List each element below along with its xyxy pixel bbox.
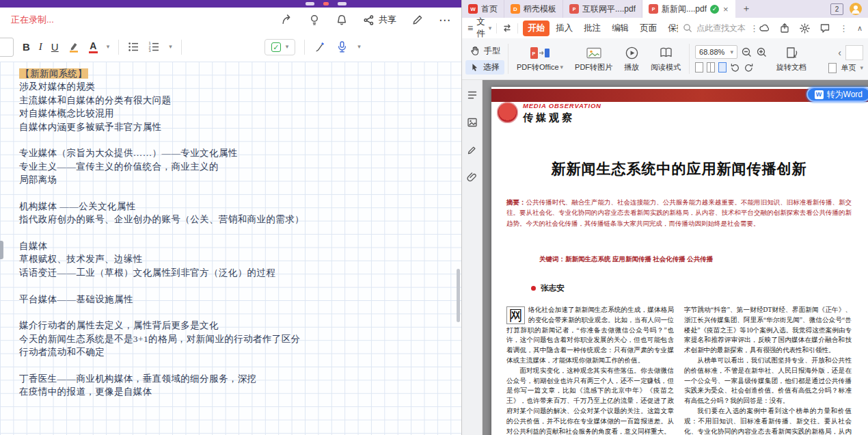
convert-to-word-button[interactable]: W 转为Word <box>806 87 868 102</box>
dictation-mic-icon[interactable] <box>336 40 349 53</box>
lightbulb-icon[interactable] <box>308 14 321 26</box>
pdf-to-office-button[interactable]: P PDF转Office▾ <box>512 40 568 77</box>
rotate-right-icon[interactable] <box>744 62 754 72</box>
rotate-left-icon[interactable] <box>730 62 740 72</box>
read-mode-button[interactable]: 阅读模式 <box>646 40 686 77</box>
tab-count-badge[interactable]: 2 <box>830 3 843 15</box>
edit-pencil-icon[interactable] <box>411 14 424 26</box>
rotate-document-button[interactable]: 旋转文档 <box>772 40 811 77</box>
note-line[interactable] <box>19 133 461 146</box>
note-scrollbar-thumb[interactable] <box>457 269 460 322</box>
note-line[interactable]: 局部离场 <box>19 173 461 186</box>
tab-document-2-active[interactable]: P 新新闻....pdf ✓ × <box>642 0 735 18</box>
note-line[interactable]: 平台媒体——基础设施属性 <box>19 293 461 306</box>
note-line[interactable]: 草根赋权、技术发声、边缘性 <box>19 252 461 265</box>
attachment-panel-icon[interactable] <box>467 172 478 183</box>
mic-dropdown-icon[interactable]: ▾ <box>357 44 361 50</box>
close-tab-icon[interactable]: × <box>723 4 729 14</box>
list-dropdown-icon[interactable]: ▾ <box>169 44 172 50</box>
more-options-icon[interactable]: ⋯ <box>439 14 450 26</box>
note-line[interactable] <box>19 359 461 372</box>
note-line[interactable]: 专业媒体（宗旨为大众提供……）——专业文化属性 <box>19 146 461 159</box>
new-tab-button[interactable]: ＋ <box>735 3 757 15</box>
note-line[interactable]: 涉及对媒体的规类 <box>19 80 461 93</box>
menu-start[interactable]: 开始 <box>523 21 550 36</box>
menu-comment[interactable]: 批注 <box>579 21 606 36</box>
actual-size-icon[interactable] <box>718 62 727 72</box>
note-line[interactable] <box>19 187 461 200</box>
note-line[interactable]: 【新新闻系统】 <box>19 67 461 80</box>
italic-button[interactable]: I <box>39 41 42 53</box>
collapse-ribbon-icon[interactable]: ∧ <box>857 24 863 33</box>
note-line[interactable] <box>19 306 461 319</box>
tab-docer-templates[interactable]: D 稻壳模板 <box>504 0 563 18</box>
annotation-panel-icon[interactable] <box>467 144 478 155</box>
hand-tool-button[interactable]: 手型 <box>465 44 504 58</box>
note-line[interactable]: 自媒体 <box>19 239 461 252</box>
bold-button[interactable]: B <box>23 41 30 53</box>
fit-width-icon[interactable] <box>695 62 703 72</box>
menu-page[interactable]: 页面 <box>635 21 662 36</box>
note-line[interactable]: 指代政府创办的账号、企业创办的账号（公关、营销和商业的需求） <box>19 213 461 226</box>
font-color-dropdown-icon[interactable]: ▾ <box>107 44 110 50</box>
menu-insert[interactable]: 插入 <box>551 21 578 36</box>
tab-document-1[interactable]: P 互联网平....pdf <box>563 0 642 18</box>
menu-protect[interactable]: 保护 <box>663 21 678 36</box>
pdf-to-image-button[interactable]: PDF转图片 <box>570 40 617 77</box>
numbered-list-icon[interactable]: 123 <box>148 41 160 53</box>
select-tool-button[interactable]: 选择 <box>465 60 504 75</box>
font-size-box[interactable] <box>0 38 14 57</box>
comment-bubble-icon[interactable] <box>819 23 830 34</box>
outline-panel-icon[interactable] <box>467 90 478 101</box>
note-line[interactable]: 专业主义——宣传主义的价值统合，商业主义的 <box>19 160 461 173</box>
file-menu[interactable]: ≡ 文件 ▾ <box>467 16 491 40</box>
note-line[interactable]: 今天的新闻生态系统是不是3+1的格局，对新闻业的行动者作了区分 <box>19 332 461 345</box>
tab-home[interactable]: W 首页 <box>462 0 504 18</box>
thumbnails-panel-icon[interactable] <box>467 117 478 128</box>
zoom-level-box[interactable]: 68.88% ▾ <box>695 45 737 59</box>
search-options-icon[interactable]: ⋮ <box>750 23 759 34</box>
record-control-icon[interactable] <box>306 2 314 5</box>
note-line[interactable]: 自媒体内涵更多被赋予非官方属性 <box>19 120 461 133</box>
gear-icon[interactable] <box>799 23 811 34</box>
cloud-sync-icon[interactable] <box>759 23 770 34</box>
menu-edit[interactable]: 编辑 <box>607 21 634 36</box>
share-forward-icon[interactable] <box>281 14 293 26</box>
drag-handle[interactable] <box>0 241 3 259</box>
underline-button[interactable]: U <box>51 41 59 53</box>
handwriting-pen-icon[interactable] <box>314 40 327 53</box>
note-line[interactable]: 机构媒体 ——公关文化属性 <box>19 200 461 213</box>
note-line[interactable]: 主流媒体和自媒体的分类有很大问题 <box>19 94 461 107</box>
record-dot-icon[interactable] <box>323 2 329 5</box>
note-line[interactable]: 对自媒体概念比较混用 <box>19 107 461 120</box>
user-avatar[interactable] <box>850 3 862 15</box>
note-line[interactable] <box>19 226 461 239</box>
kebab-icon[interactable]: ⋮ <box>839 23 848 34</box>
share-export-icon[interactable] <box>779 23 790 34</box>
undo-redo-icon[interactable] <box>502 23 513 34</box>
single-page-button[interactable]: 单页 ▾ <box>828 63 863 73</box>
document-area[interactable]: W 转为Word MEDIA OBSERVATION 传媒观察 新新闻生态系统中… <box>483 80 868 435</box>
note-line[interactable]: 行动者流动和不确定 <box>19 345 461 358</box>
checklist-button[interactable]: ✓ ▾ <box>265 39 296 55</box>
bullet-list-icon[interactable] <box>128 41 139 53</box>
note-line[interactable] <box>19 279 461 292</box>
zoom-out-icon[interactable] <box>741 47 752 58</box>
highlighter-icon[interactable] <box>68 41 80 53</box>
note-line[interactable]: 话语变迁——工业（草根）文化属性到非官方（泛化）的过程 <box>19 266 461 279</box>
play-button[interactable]: 播放 <box>619 40 644 77</box>
share-button[interactable]: 共享 <box>363 14 396 26</box>
note-editor-canvas[interactable]: 【新新闻系统】 涉及对媒体的规类 主流媒体和自媒体的分类有很大问题 对自媒体概念… <box>0 62 461 435</box>
notification-bell-icon[interactable] <box>336 14 348 26</box>
record-control-icon[interactable] <box>338 2 347 5</box>
find-text-box[interactable]: 点此查找文本 ⋮ <box>683 23 759 34</box>
collapse-panel-icon[interactable]: ‹ <box>838 48 841 57</box>
panel-preview-box[interactable] <box>845 45 863 60</box>
font-color-button[interactable]: A <box>89 41 98 53</box>
note-line[interactable]: 在疫情中的报道，更像是自媒体 <box>19 385 461 398</box>
recording-status[interactable]: 正在录制... <box>11 14 54 26</box>
zoom-in-icon[interactable] <box>756 47 768 58</box>
note-line[interactable]: 丁香医生——商业机构媒体，垂直领域的细分服务，深挖 <box>19 372 461 385</box>
note-line[interactable]: 媒介行动者的属性去定义，属性背后更多是文化 <box>19 319 461 332</box>
fit-page-icon[interactable] <box>707 62 715 72</box>
